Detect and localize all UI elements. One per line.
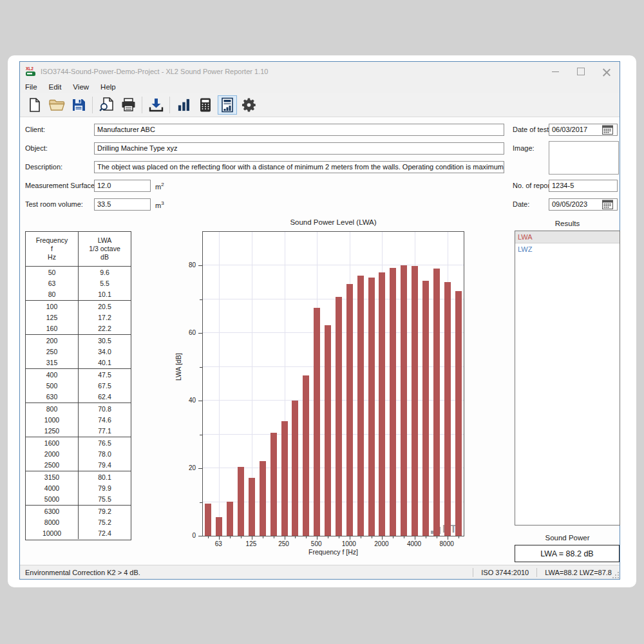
chart-title: Sound Power Level (LWA) [202, 218, 464, 226]
date-of-test-calendar-button[interactable] [601, 124, 614, 135]
maximize-button[interactable] [568, 62, 594, 81]
y-axis-tick [198, 401, 202, 401]
print-icon [120, 97, 137, 113]
results-title: Results [515, 220, 620, 227]
y-axis-label: 60 [183, 329, 196, 336]
status-levels: LWA=88.2 LWZ=87.8 [537, 569, 620, 576]
export-button[interactable] [146, 95, 166, 115]
close-button[interactable] [594, 62, 620, 81]
menu-edit[interactable]: Edit [49, 83, 62, 91]
y-axis-tick [200, 502, 202, 503]
chart-bar-630hz [325, 325, 331, 536]
save-icon [71, 97, 86, 113]
test-room-volume-input[interactable]: 33.5 [94, 198, 151, 211]
menu-help[interactable]: Help [100, 83, 116, 91]
settings-button[interactable] [240, 95, 259, 115]
date-of-test-label: Date of test: [513, 126, 551, 133]
volume-unit: m3 [155, 200, 164, 209]
table-row: 10020.5 [26, 300, 131, 312]
object-input[interactable]: Drilling Machine Type xyz [94, 142, 504, 155]
menu-view[interactable]: View [73, 83, 89, 91]
table-cell: 500 [26, 380, 79, 391]
window-title: ISO3744-Sound-Power-Demo-Project - XL2 S… [41, 68, 268, 75]
table-cell: 70.8 [79, 403, 131, 414]
result-item-lwz[interactable]: LWZ [515, 243, 620, 255]
chart-bar-1000hz [346, 284, 353, 536]
table-cell: 80 [26, 289, 79, 300]
table-cell: 400 [26, 369, 79, 380]
app-icon: XL2 [25, 66, 37, 77]
chart-bar-63hz [216, 517, 222, 536]
toolbar [20, 93, 620, 117]
status-bar: Environmental Correction K2 > 4 dB. ISO … [20, 565, 620, 579]
maximize-icon [577, 68, 585, 75]
x-axis-tick [295, 536, 296, 538]
x-axis-tick [382, 536, 383, 540]
new-document-button[interactable] [25, 95, 44, 115]
table-cell: 67.5 [79, 380, 131, 391]
x-axis-tick [241, 536, 242, 538]
table-cell: 17.2 [79, 312, 131, 323]
table-row: 31540.1 [26, 357, 131, 368]
chart-bars-button[interactable] [174, 95, 193, 115]
minimize-button[interactable] [542, 62, 568, 81]
table-row: 50067.5 [26, 380, 131, 391]
result-item-lwa[interactable]: LWA [515, 231, 620, 243]
table-row: 100074.6 [26, 414, 131, 425]
title-bar[interactable]: XL2 ISO3744-Sound-Power-Demo-Project - X… [20, 62, 620, 81]
chart-bar-400hz [303, 375, 309, 536]
gear-icon [241, 97, 258, 113]
results-list: LWALWZ [515, 231, 620, 526]
chart-bar-3150hz [401, 265, 407, 536]
table-row: 40047.5 [26, 368, 131, 380]
calendar-icon [602, 200, 613, 209]
description-input[interactable]: The object was placed on the reflecting … [94, 161, 504, 173]
image-box[interactable] [549, 141, 619, 175]
chart-x-axis-title: Frequency f [Hz] [202, 548, 464, 556]
table-cell: 75.2 [79, 516, 131, 527]
measurement-surface-label: Measurement Surface: [25, 182, 97, 189]
table-cell: 10000 [26, 528, 79, 539]
report-view-button[interactable] [218, 95, 237, 115]
table-row: 80070.8 [26, 402, 131, 414]
open-folder-icon [48, 97, 65, 113]
report-no-label: No. of report: [513, 182, 554, 189]
chart-y-axis-title: LWA [dB] [175, 353, 182, 381]
table-cell: 200 [26, 335, 79, 346]
client-input[interactable]: Manufacturer ABC [94, 124, 504, 136]
x-axis-label: 250 [271, 540, 297, 547]
print-preview-icon [99, 97, 115, 113]
chart-bar-1600hz [368, 278, 375, 536]
table-cell: 75.5 [79, 494, 131, 505]
open-project-button[interactable] [47, 95, 66, 115]
date-calendar-button[interactable] [601, 199, 614, 210]
print-button[interactable] [118, 95, 138, 115]
table-cell: 1600 [26, 437, 79, 448]
client-label: Client: [25, 126, 45, 133]
x-axis-tick [285, 536, 285, 540]
print-preview-button[interactable] [97, 95, 116, 115]
chart-bar-250hz [281, 421, 288, 536]
x-axis-tick [393, 536, 393, 538]
table-cell: 79.9 [79, 482, 131, 493]
frequency-header-col: FrequencyfHz [26, 232, 79, 266]
calculator-button[interactable] [196, 95, 215, 115]
resize-grip[interactable] [612, 572, 619, 578]
chart-bar-5000hz [422, 281, 429, 536]
table-cell: 5000 [26, 494, 79, 505]
save-button[interactable] [69, 95, 88, 115]
table-cell: 22.2 [79, 323, 131, 334]
x-axis-tick [361, 536, 361, 538]
x-axis-tick [426, 536, 426, 538]
table-row: 800075.2 [26, 516, 131, 527]
chart-bar-1250hz [357, 276, 364, 536]
x-axis-label: 500 [303, 540, 329, 547]
table-cell: 76.5 [79, 437, 131, 448]
date-label: Date: [513, 200, 529, 208]
table-cell: 30.5 [79, 335, 131, 346]
menu-file[interactable]: File [25, 83, 37, 91]
h-gridline [203, 265, 464, 265]
sound-power-title: Sound Power [515, 534, 620, 542]
measurement-surface-input[interactable]: 12.0 [94, 180, 151, 192]
report-no-input[interactable]: 1234-5 [549, 180, 618, 192]
